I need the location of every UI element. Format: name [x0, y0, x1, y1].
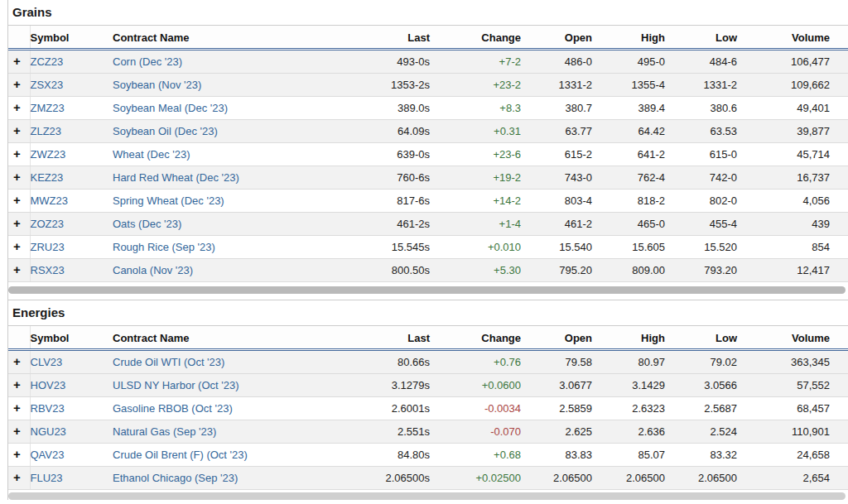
volume-cell: 24,658 — [741, 444, 834, 467]
symbol-link[interactable]: KEZ23 — [31, 171, 64, 184]
change-cell: +7-2 — [434, 50, 525, 74]
open-cell: 3.0677 — [525, 374, 596, 397]
filler-cell — [834, 190, 848, 213]
horizontal-scrollbar-thumb[interactable] — [8, 286, 846, 294]
column-header-open[interactable]: Open — [525, 326, 596, 350]
horizontal-scrollbar-track — [8, 282, 848, 300]
symbol-link[interactable]: ZCZ23 — [31, 55, 64, 68]
volume-cell: 16,737 — [741, 166, 834, 190]
expand-row-plus-icon[interactable]: + — [13, 356, 21, 367]
symbol-cell: FLU23 — [30, 467, 113, 490]
column-header-name[interactable]: Contract Name — [113, 326, 363, 350]
filler-cell — [834, 420, 848, 444]
expand-row-plus-icon[interactable]: + — [13, 379, 21, 391]
symbol-link[interactable]: ZRU23 — [31, 241, 65, 253]
symbol-link[interactable]: ZMZ23 — [31, 102, 65, 114]
symbol-link[interactable]: ZSX23 — [31, 79, 64, 91]
filler-cell — [834, 397, 848, 420]
change-cell: +0.76 — [434, 350, 525, 374]
expand-row-plus-icon[interactable]: + — [13, 55, 21, 67]
column-header-high[interactable]: High — [596, 326, 669, 350]
column-header-volume[interactable]: Volume — [741, 26, 834, 50]
symbol-link[interactable]: ZWZ23 — [31, 148, 66, 161]
contract-name-link[interactable]: Hard Red Wheat (Dec '23) — [113, 171, 239, 184]
last-cell: 2.6001s — [363, 397, 434, 420]
change-cell: -0.0034 — [434, 397, 525, 420]
expand-row-plus-icon[interactable]: + — [13, 241, 21, 252]
filler-cell — [834, 374, 848, 397]
grains-section: Grains SymbolContract NameLastChangeOpen… — [7, 0, 848, 300]
contract-name-link[interactable]: Rough Rice (Sep '23) — [113, 241, 215, 253]
contract-name-link[interactable]: Spring Wheat (Dec '23) — [113, 194, 224, 207]
contract-name-link[interactable]: Soybean Oil (Dec '23) — [113, 125, 218, 137]
symbol-link[interactable]: RBV23 — [31, 402, 65, 415]
symbol-link[interactable]: FLU23 — [31, 472, 63, 484]
filler-cell — [834, 236, 848, 259]
symbol-cell: ZRU23 — [30, 236, 113, 259]
contract-name-link[interactable]: Oats (Dec '23) — [113, 218, 181, 230]
contract-name-link[interactable]: Soybean (Nov '23) — [113, 79, 201, 91]
contract-name-link[interactable]: Wheat (Dec '23) — [113, 148, 190, 161]
expand-row-plus-icon[interactable]: + — [13, 402, 21, 414]
column-header-name[interactable]: Contract Name — [113, 26, 363, 50]
expand-row-plus-icon[interactable]: + — [13, 102, 21, 113]
high-cell: 465-0 — [596, 213, 669, 236]
horizontal-scrollbar-thumb[interactable] — [8, 492, 846, 500]
contract-name-link[interactable]: Soybean Meal (Dec '23) — [113, 102, 228, 114]
column-header-change[interactable]: Change — [434, 26, 525, 50]
symbol-link[interactable]: HOV23 — [31, 379, 66, 391]
open-cell: 795.20 — [525, 259, 596, 282]
symbol-link[interactable]: RSX23 — [31, 264, 65, 276]
volume-cell: 854 — [741, 236, 834, 259]
expand-row-plus-icon[interactable]: + — [13, 264, 21, 276]
expand-row-plus-icon[interactable]: + — [13, 125, 21, 137]
column-header-low[interactable]: Low — [669, 326, 741, 350]
contract-name-link[interactable]: Gasoline RBOB (Oct '23) — [113, 402, 233, 415]
quote-row-HOV23: +HOV23ULSD NY Harbor (Oct '23)3.1279s+0.… — [8, 374, 848, 397]
symbol-link[interactable]: NGU23 — [31, 425, 66, 438]
contract-name-link[interactable]: Crude Oil Brent (F) (Oct '23) — [113, 449, 248, 461]
contract-name-link[interactable]: Corn (Dec '23) — [113, 55, 182, 68]
low-cell: 455-4 — [669, 213, 741, 236]
contract-name-link[interactable]: Canola (Nov '23) — [113, 264, 193, 276]
contract-name-link[interactable]: Ethanol Chicago (Sep '23) — [113, 472, 238, 484]
volume-cell: 12,417 — [741, 259, 834, 282]
expand-row-plus-icon[interactable]: + — [13, 425, 21, 437]
contract-name-link[interactable]: ULSD NY Harbor (Oct '23) — [113, 379, 239, 391]
column-header-symbol[interactable]: Symbol — [30, 326, 113, 350]
expand-row-plus-icon[interactable]: + — [13, 79, 21, 90]
quote-row-ZWZ23: +ZWZ23Wheat (Dec '23)639-0s+23-6615-2641… — [8, 143, 848, 166]
symbol-link[interactable]: MWZ23 — [31, 194, 69, 207]
expander-cell: + — [8, 120, 30, 143]
column-header-low[interactable]: Low — [669, 26, 741, 50]
change-cell: +23-2 — [434, 74, 525, 97]
low-cell: 615-0 — [669, 143, 741, 166]
column-header-high[interactable]: High — [596, 26, 669, 50]
last-cell: 1353-2s — [363, 74, 434, 97]
column-header-last[interactable]: Last — [363, 326, 434, 350]
expand-row-plus-icon[interactable]: + — [13, 472, 21, 483]
symbol-link[interactable]: CLV23 — [31, 356, 63, 368]
column-header-symbol[interactable]: Symbol — [30, 26, 113, 50]
contract-name-link[interactable]: Crude Oil WTI (Oct '23) — [113, 356, 224, 368]
last-cell: 493-0s — [363, 50, 434, 74]
symbol-link[interactable]: ZLZ23 — [31, 125, 62, 137]
expander-cell: + — [8, 74, 30, 97]
expand-row-plus-icon[interactable]: + — [13, 218, 21, 229]
low-cell: 79.02 — [669, 350, 741, 374]
column-header-volume[interactable]: Volume — [741, 326, 834, 350]
column-header-open[interactable]: Open — [525, 26, 596, 50]
column-header-last[interactable]: Last — [363, 26, 434, 50]
expander-cell: + — [8, 236, 30, 259]
expand-row-plus-icon[interactable]: + — [13, 194, 21, 206]
contract-name-link[interactable]: Natural Gas (Sep '23) — [113, 425, 216, 438]
change-cell: +0.02500 — [434, 467, 525, 490]
expand-row-plus-icon[interactable]: + — [13, 449, 21, 460]
symbol-link[interactable]: ZOZ23 — [31, 218, 64, 230]
column-header-change[interactable]: Change — [434, 326, 525, 350]
expand-row-plus-icon[interactable]: + — [13, 171, 21, 183]
expand-row-plus-icon[interactable]: + — [13, 148, 21, 160]
filler-column-header — [834, 326, 848, 350]
symbol-cell: QAV23 — [30, 444, 113, 467]
symbol-link[interactable]: QAV23 — [31, 449, 65, 461]
